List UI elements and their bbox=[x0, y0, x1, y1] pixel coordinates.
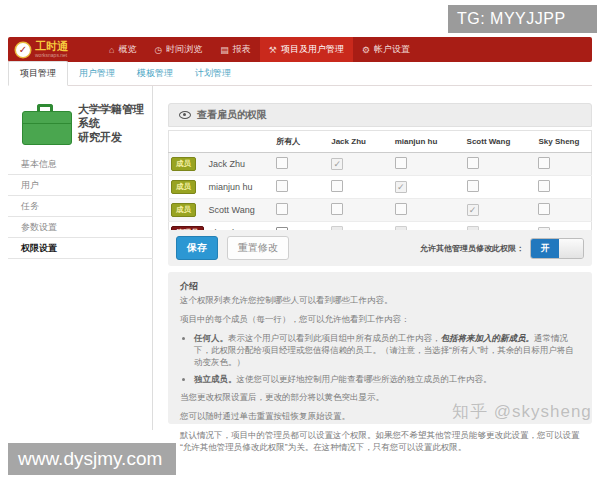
nav-item-account-settings[interactable]: ⚙ 帐户设置 bbox=[353, 37, 419, 62]
app-name: 工时通 bbox=[35, 41, 68, 52]
intro-heading: 介绍 bbox=[180, 280, 580, 292]
panel-title: 查看雇员的权限 bbox=[197, 108, 267, 122]
toggle-label: 允许其他管理员修改此权限： bbox=[420, 243, 524, 254]
project-sidebar: 大学学籍管理系统 研究开发 基本信息 用户 任务 参数设置 权限设置 bbox=[8, 86, 153, 430]
table-header-row: 所有人 Jack Zhu mianjun hu Scott Wang Sky S… bbox=[169, 131, 592, 153]
permission-checkbox[interactable] bbox=[331, 203, 343, 215]
col-header-scott-wang: Scott Wang bbox=[465, 131, 537, 153]
site-watermark-badge: www.dysjmy.com bbox=[8, 443, 176, 475]
eye-icon bbox=[179, 111, 191, 119]
nav-item-time-browse[interactable]: ◷ 时间浏览 bbox=[145, 37, 211, 62]
col-header-mianjun-hu: mianjun hu bbox=[393, 131, 465, 153]
nav-menu: ⌂ 概览 ◷ 时间浏览 ▤ 报表 ⚒ 项目及用户管理 ⚙ 帐户设置 bbox=[100, 37, 419, 62]
section-tabbar: 项目管理 用户管理 模板管理 计划管理 bbox=[8, 62, 592, 86]
panel-header: 查看雇员的权限 bbox=[168, 103, 592, 127]
permission-checkbox[interactable] bbox=[395, 203, 407, 215]
permission-checkbox[interactable] bbox=[276, 203, 288, 215]
tab-user-mgmt[interactable]: 用户管理 bbox=[68, 62, 126, 85]
zhihu-watermark: 知乎 @skysheng bbox=[452, 400, 592, 423]
briefcase-icon bbox=[22, 104, 72, 146]
permission-checkbox[interactable] bbox=[538, 203, 550, 215]
intro-paragraph: 默认情况下，项目中的管理员都可以设置这个权限。如果您不希望其他管理员能够更改此设… bbox=[180, 429, 580, 453]
intro-bullets: 任何人。表示这个用户可以看到此项目组中所有成员的工作内容，包括将来加入的新成员。… bbox=[180, 332, 580, 385]
permission-checkbox[interactable] bbox=[538, 157, 550, 169]
role-badge: 成员 bbox=[171, 180, 196, 194]
project-title: 大学学籍管理系统 研究开发 bbox=[78, 102, 150, 144]
table-row: 成员 mianjun hu ✓ bbox=[169, 176, 592, 199]
col-header-everyone: 所有人 bbox=[274, 131, 329, 153]
home-icon: ⌂ bbox=[109, 45, 114, 55]
intro-bullet-anyone: 任何人。表示这个用户可以看到此项目组中所有成员的工作内容，包括将来加入的新成员。… bbox=[194, 332, 580, 368]
nav-item-label: 项目及用户管理 bbox=[281, 43, 344, 56]
role-badge: 成员 bbox=[171, 203, 196, 217]
nav-item-label: 帐户设置 bbox=[374, 43, 410, 56]
sidebar-menu: 基本信息 用户 任务 参数设置 权限设置 bbox=[8, 154, 153, 259]
permission-checkbox[interactable] bbox=[395, 157, 407, 169]
report-icon: ▤ bbox=[220, 45, 229, 55]
permission-checkbox[interactable] bbox=[467, 180, 479, 192]
top-navbar: ✓ 工时通 worksnaps.net ⌂ 概览 ◷ 时间浏览 ▤ 报表 ⚒ 项… bbox=[8, 37, 592, 62]
permission-checkbox[interactable] bbox=[276, 157, 288, 169]
permission-checkbox[interactable] bbox=[467, 157, 479, 169]
table-row: 成员 Jack Zhu ✓ bbox=[169, 153, 592, 176]
nav-item-reports[interactable]: ▤ 报表 bbox=[211, 37, 260, 62]
member-name: Scott Wang bbox=[207, 199, 275, 222]
col-header-jack-zhu: Jack Zhu bbox=[329, 131, 392, 153]
role-badge: 成员 bbox=[171, 157, 196, 171]
clock-icon: ◷ bbox=[154, 45, 162, 55]
sidebar-item-users[interactable]: 用户 bbox=[8, 175, 153, 196]
tab-template-mgmt[interactable]: 模板管理 bbox=[126, 62, 184, 85]
nav-item-label: 时间浏览 bbox=[166, 43, 202, 56]
table-row: 成员 Scott Wang ✓ bbox=[169, 199, 592, 222]
member-name: Jack Zhu bbox=[207, 153, 275, 176]
tg-watermark-badge: TG: MYYJJPP bbox=[448, 5, 597, 33]
intro-paragraph: 项目中的每个成员（每一行），您可以允许他看到工作内容： bbox=[180, 313, 580, 325]
sidebar-item-tasks[interactable]: 任务 bbox=[8, 196, 153, 217]
gear-icon: ⚙ bbox=[362, 45, 370, 55]
permission-checkbox[interactable] bbox=[276, 180, 288, 192]
app-logo[interactable]: ✓ 工时通 worksnaps.net bbox=[16, 41, 100, 58]
actions-bar: 保存 重置修改 允许其他管理员修改此权限： 开 bbox=[168, 230, 592, 266]
nav-item-label: 概览 bbox=[118, 43, 136, 56]
allow-other-admins-toggle[interactable]: 开 bbox=[530, 238, 584, 259]
content-area: 大学学籍管理系统 研究开发 基本信息 用户 任务 参数设置 权限设置 查看雇员的… bbox=[8, 86, 592, 430]
col-header-sky-sheng: Sky Sheng bbox=[536, 131, 591, 153]
nav-item-label: 报表 bbox=[233, 43, 251, 56]
permission-checkbox[interactable]: ✓ bbox=[395, 181, 407, 193]
logo-check-icon: ✓ bbox=[16, 43, 30, 57]
app-tagline: worksnaps.net bbox=[35, 53, 68, 58]
tab-plan-mgmt[interactable]: 计划管理 bbox=[184, 62, 242, 85]
permissions-panel: 查看雇员的权限 所有人 Jack Zhu mianjun hu Scott Wa… bbox=[160, 86, 592, 430]
tab-project-mgmt[interactable]: 项目管理 bbox=[8, 61, 68, 86]
member-name: mianjun hu bbox=[207, 176, 275, 199]
nav-item-project-user-mgmt[interactable]: ⚒ 项目及用户管理 bbox=[260, 37, 353, 62]
intro-bullet-individual: 独立成员。这使您可以更好地控制用户能查看哪些所选的独立成员的工作内容。 bbox=[194, 373, 580, 385]
reset-changes-button[interactable]: 重置修改 bbox=[227, 236, 289, 260]
permission-checkbox[interactable] bbox=[331, 180, 343, 192]
permission-checkbox[interactable]: ✓ bbox=[467, 204, 479, 216]
wrench-icon: ⚒ bbox=[269, 45, 277, 55]
sidebar-item-basic-info[interactable]: 基本信息 bbox=[8, 154, 153, 175]
permission-checkbox[interactable] bbox=[538, 180, 550, 192]
sidebar-item-parameter-settings[interactable]: 参数设置 bbox=[8, 217, 153, 238]
nav-item-overview[interactable]: ⌂ 概览 bbox=[100, 37, 145, 62]
permissions-table: 所有人 Jack Zhu mianjun hu Scott Wang Sky S… bbox=[168, 130, 592, 245]
toggle-on-state: 开 bbox=[531, 239, 559, 258]
toggle-off-area bbox=[559, 239, 583, 258]
intro-paragraph: 这个权限列表允许您控制哪些人可以看到哪些工作内容。 bbox=[180, 294, 580, 306]
permission-checkbox[interactable]: ✓ bbox=[331, 158, 343, 170]
save-button[interactable]: 保存 bbox=[176, 236, 218, 260]
sidebar-item-permission-settings[interactable]: 权限设置 bbox=[8, 238, 153, 259]
